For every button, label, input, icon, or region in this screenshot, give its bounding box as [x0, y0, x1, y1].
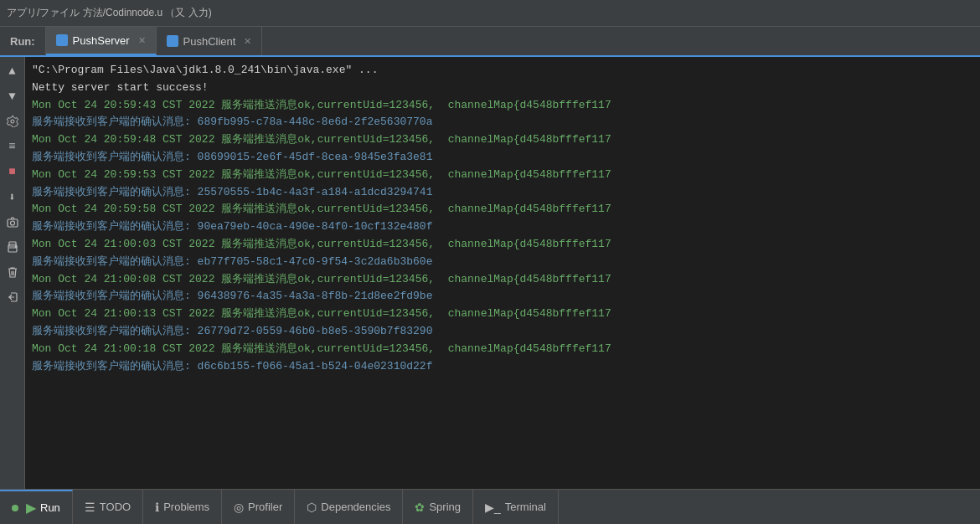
console-line: Mon Oct 24 21:00:08 CST 2022 服务端推送消息ok,c…: [32, 271, 973, 289]
bottom-item-todo[interactable]: ☰ TODO: [73, 490, 143, 524]
bottom-item-run[interactable]: ▶ Run: [0, 490, 73, 524]
camera-button[interactable]: [3, 213, 22, 231]
tab-icon-pushclient: [167, 35, 178, 47]
bottom-label-dependencies: Dependencies: [321, 501, 390, 513]
top-bar-text: アプリ/ファイル 方法/Codinnode.u （又 入力): [7, 6, 212, 20]
trash-button[interactable]: [3, 263, 22, 281]
console-line: "C:\Program Files\Java\jdk1.8.0_241\bin\…: [32, 62, 973, 80]
console-line: Mon Oct 24 21:00:18 CST 2022 服务端推送消息ok,c…: [32, 341, 973, 358]
console-line: Mon Oct 24 20:59:53 CST 2022 服务端推送消息ok,c…: [32, 167, 973, 184]
console-line: Mon Oct 24 21:00:03 CST 2022 服务端推送消息ok,c…: [32, 236, 973, 254]
bottom-item-dependencies[interactable]: ⬡ Dependencies: [295, 490, 403, 524]
console-line: 服务端接收到客户端的确认消息: d6c6b155-f066-45a1-b524-…: [32, 358, 973, 376]
tab-close-pushserver[interactable]: ✕: [138, 35, 146, 46]
tab-pushclient[interactable]: PushClient ✕: [157, 27, 263, 55]
console-line: Netty server start success!: [32, 80, 973, 97]
console-line: Mon Oct 24 20:59:48 CST 2022 服务端推送消息ok,c…: [32, 131, 973, 149]
format-button[interactable]: ≡: [3, 137, 22, 156]
todo-icon: ☰: [85, 501, 95, 514]
tab-pushserver[interactable]: PushServer ✕: [46, 27, 157, 55]
run-label: Run:: [0, 27, 46, 55]
svg-point-1: [10, 221, 14, 225]
tab-close-pushclient[interactable]: ✕: [244, 36, 251, 47]
scroll-down-button[interactable]: ▼: [3, 87, 22, 105]
bottom-label-run: Run: [40, 501, 60, 514]
tabs-row: Run: PushServer ✕ PushClient ✕: [0, 27, 980, 57]
console-line: Mon Oct 24 20:59:58 CST 2022 服务端推送消息ok,c…: [32, 201, 973, 218]
bottom-label-problems: Problems: [163, 501, 209, 513]
bottom-label-spring: Spring: [429, 501, 461, 513]
stop-button[interactable]: ■: [3, 162, 22, 181]
tab-label-pushserver: PushServer: [73, 34, 130, 47]
run-play-icon: ▶: [26, 500, 36, 516]
dependencies-icon: ⬡: [307, 501, 317, 514]
bottom-item-problems[interactable]: ℹ Problems: [143, 490, 222, 524]
console-line: Mon Oct 24 20:59:43 CST 2022 服务端推送消息ok,c…: [32, 97, 973, 115]
console-line: 服务端接收到客户端的确认消息: eb77f705-58c1-47c0-9f54-…: [32, 254, 973, 271]
spring-icon: ✿: [415, 501, 425, 514]
console-line: 服务端接收到客户端的确认消息: 96438976-4a35-4a3a-8f8b-…: [32, 288, 973, 306]
bottom-label-terminal: Terminal: [505, 501, 546, 513]
svg-rect-0: [8, 219, 18, 227]
logout-button[interactable]: [3, 288, 22, 306]
problems-icon: ℹ: [155, 501, 159, 514]
console-line: 服务端接收到客户端的确认消息: 689fb995-c78a-448c-8e6d-…: [32, 114, 973, 131]
left-sidebar: ▲ ▼ ≡ ■ ⬇: [0, 57, 25, 489]
top-bar: アプリ/ファイル 方法/Codinnode.u （又 入力): [0, 0, 980, 27]
settings-button[interactable]: [3, 112, 22, 131]
svg-rect-2: [8, 248, 17, 252]
print-button[interactable]: [3, 238, 22, 256]
profiler-icon: ◎: [234, 501, 244, 514]
main-area: ▲ ▼ ≡ ■ ⬇ "C:\Program Files\Java\jdk1.8.…: [0, 57, 980, 489]
console-line: 服务端接收到客户端的确认消息: 25570555-1b4c-4a3f-a184-…: [32, 184, 973, 202]
terminal-icon: ▶_: [485, 501, 501, 514]
console-line: 服务端接收到客户端的确认消息: 90ea79eb-40ca-490e-84f0-…: [32, 218, 973, 236]
bottom-item-profiler[interactable]: ◎ Profiler: [222, 490, 295, 524]
bottom-item-terminal[interactable]: ▶_ Terminal: [473, 490, 559, 524]
bottom-item-spring[interactable]: ✿ Spring: [403, 490, 473, 524]
export-button[interactable]: ⬇: [3, 188, 22, 206]
bottom-toolbar: ▶ Run ☰ TODO ℹ Problems ◎ Profiler ⬡ Dep…: [0, 489, 980, 524]
console-line: 服务端接收到客户端的确认消息: 08699015-2e6f-45df-8cea-…: [32, 149, 973, 167]
bottom-label-profiler: Profiler: [248, 501, 282, 513]
console-line: Mon Oct 24 21:00:13 CST 2022 服务端推送消息ok,c…: [32, 306, 973, 323]
run-status-dot: [12, 505, 18, 511]
console-line: 服务端接收到客户端的确认消息: 26779d72-0559-46b0-b8e5-…: [32, 323, 973, 341]
console-area[interactable]: "C:\Program Files\Java\jdk1.8.0_241\bin\…: [25, 57, 980, 489]
svg-point-4: [15, 246, 16, 247]
scroll-up-button[interactable]: ▲: [3, 62, 22, 80]
tab-icon-pushserver: [56, 34, 68, 46]
bottom-label-todo: TODO: [100, 501, 131, 513]
tab-label-pushclient: PushClient: [183, 35, 236, 48]
